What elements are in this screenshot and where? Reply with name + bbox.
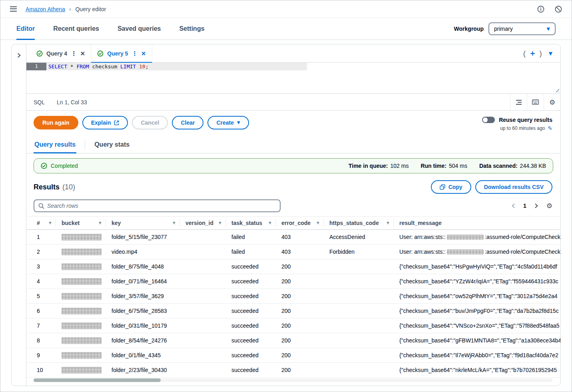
- cell-task-status: succeeded: [226, 308, 276, 314]
- copy-button[interactable]: Copy: [431, 180, 471, 194]
- table-row[interactable]: 3 folder_8/75/file_4048 succeeded 200 {"…: [26, 259, 560, 274]
- cell-bucket: [56, 248, 106, 255]
- results-table-body: 1 folder_5/15/file_23077 failed 403 Acce…: [26, 230, 560, 378]
- cell-result-message: {"checksum_base64":"VNSco+2snXo=","ETag"…: [394, 322, 560, 329]
- horizontal-scrollbar-track[interactable]: [34, 378, 552, 382]
- table-row[interactable]: 10 folder_2/23/file_30430 succeeded 200 …: [26, 363, 560, 378]
- cell-result-message: {"checksum_base64":"Il7eWjRAbb0=","ETag"…: [394, 352, 560, 358]
- table-preferences-gear-icon[interactable]: ⚙: [546, 202, 552, 210]
- previous-page-button[interactable]: [511, 203, 515, 208]
- redacted-bucket-name: [62, 234, 102, 241]
- tab-scroll-right-icon[interactable]: ): [539, 49, 542, 58]
- tab-query-stats[interactable]: Query stats: [94, 136, 130, 153]
- cell-task-status: succeeded: [226, 278, 276, 285]
- cell-error-code: 200: [276, 322, 324, 329]
- chevron-right-icon: [534, 203, 538, 208]
- cell-result-message: {"checksum_base64":"buv/JmPpgF0=","ETag"…: [394, 308, 560, 314]
- metric-data-scanned: Data scanned:244.38 KB: [479, 163, 546, 169]
- column-header-number[interactable]: #▼: [26, 219, 56, 227]
- cell-task-status: succeeded: [226, 293, 276, 299]
- redacted-account-id: [447, 249, 484, 255]
- keyboard-shortcuts-button[interactable]: [527, 94, 544, 110]
- column-header-task-status[interactable]: task_status▼: [226, 219, 276, 227]
- column-header-bucket[interactable]: bucket▼: [56, 219, 106, 227]
- run-again-button[interactable]: Run again: [34, 116, 78, 129]
- table-row[interactable]: 6 folder_6/75/file_28583 succeeded 200 {…: [26, 304, 560, 318]
- table-row[interactable]: 2 video.mp4 failed 403 Forbidden User: a…: [26, 245, 560, 259]
- sort-icon: ▼: [387, 221, 389, 225]
- cell-bucket: [56, 233, 106, 241]
- sql-code-editor[interactable]: 1 SELECT * FROM checksum LIMIT 10;: [26, 63, 560, 94]
- close-tab-icon[interactable]: ×: [80, 50, 85, 57]
- redacted-bucket-name: [62, 249, 102, 255]
- redacted-bucket-name: [62, 308, 102, 314]
- column-header-https-status-code[interactable]: https_status_code▼: [324, 219, 394, 227]
- search-rows-input[interactable]: [47, 203, 276, 209]
- breadcrumb-separator-icon: ›: [69, 6, 72, 12]
- format-query-button[interactable]: [510, 94, 527, 110]
- horizontal-scrollbar-thumb[interactable]: [34, 378, 161, 382]
- new-query-tab-icon[interactable]: +: [530, 49, 535, 58]
- editor-settings-button[interactable]: ⚙: [544, 94, 560, 110]
- cell-result-message: {"checksum_base64":"HsPgwHyiViQ=","ETag"…: [394, 263, 560, 270]
- slashed-circle-icon[interactable]: [555, 6, 562, 13]
- cell-key: folder_0/1/file_4345: [106, 352, 180, 358]
- download-results-csv-button[interactable]: Download results CSV: [475, 180, 552, 194]
- next-page-button[interactable]: [534, 203, 538, 208]
- tab-saved-queries[interactable]: Saved queries: [118, 18, 161, 40]
- column-header-version-id[interactable]: version_id▼: [180, 219, 226, 227]
- cell-task-status: succeeded: [226, 352, 276, 358]
- tab-list-dropdown-icon[interactable]: ▼: [549, 51, 552, 56]
- cell-row-number: 3: [26, 263, 56, 270]
- results-title: Results: [34, 183, 60, 191]
- results-toolbar: 1 ⚙: [26, 197, 560, 216]
- table-row[interactable]: 4 folder_0/71/file_16464 succeeded 200 {…: [26, 274, 560, 289]
- column-header-key[interactable]: key▼: [106, 219, 180, 227]
- breadcrumb-amazon-athena-link[interactable]: Amazon Athena: [26, 6, 65, 12]
- tab-editor[interactable]: Editor: [16, 18, 35, 40]
- external-link-icon: [114, 120, 119, 125]
- results-table: #▼ bucket▼ key▼ version_id▼ task_status▼…: [26, 216, 560, 378]
- cell-task-status: succeeded: [226, 263, 276, 270]
- chevron-right-icon[interactable]: [16, 53, 22, 58]
- hamburger-menu-icon[interactable]: [10, 6, 17, 12]
- workgroup-select[interactable]: primary ▼: [488, 22, 556, 35]
- success-check-circle-icon: [41, 163, 47, 169]
- tab-recent-queries[interactable]: Recent queries: [53, 18, 99, 40]
- table-row[interactable]: 1 folder_5/15/file_23077 failed 403 Acce…: [26, 230, 560, 245]
- cell-error-code: 200: [276, 263, 324, 270]
- kebab-menu-icon[interactable]: ⋮: [132, 50, 138, 57]
- table-row[interactable]: 8 folder_8/54/file_24276 succeeded 200 {…: [26, 333, 560, 348]
- tab-settings[interactable]: Settings: [179, 18, 204, 40]
- table-row[interactable]: 7 folder_0/31/file_10179 succeeded 200 {…: [26, 318, 560, 333]
- info-icon[interactable]: [537, 6, 544, 13]
- cell-key: folder_8/54/file_24276: [106, 337, 180, 344]
- create-button[interactable]: Create ▼: [207, 116, 249, 129]
- query-tab-4[interactable]: Query 4 ⋮ ×: [30, 44, 91, 62]
- code-line-1[interactable]: SELECT * FROM checksum LIMIT 10;: [46, 63, 307, 70]
- query-tab-5[interactable]: Query 5 ⋮ ×: [91, 44, 152, 62]
- sidebar-collapse-strip: [12, 44, 26, 386]
- edit-pencil-icon[interactable]: ✎: [548, 125, 552, 131]
- check-circle-icon: [36, 50, 43, 57]
- tab-scroll-left-icon[interactable]: (: [523, 49, 526, 58]
- cell-bucket: [56, 293, 106, 300]
- tab-query-results[interactable]: Query results: [34, 136, 76, 153]
- cell-bucket: [56, 366, 106, 374]
- column-header-result-message[interactable]: result_message: [394, 219, 560, 227]
- cell-task-status: succeeded: [226, 367, 276, 373]
- cell-row-number: 2: [26, 249, 56, 255]
- explain-button[interactable]: Explain: [82, 116, 128, 129]
- table-row[interactable]: 9 folder_0/1/file_4345 succeeded 200 {"c…: [26, 348, 560, 363]
- kebab-menu-icon[interactable]: ⋮: [71, 50, 77, 57]
- clear-button[interactable]: Clear: [172, 116, 203, 129]
- results-table-header: #▼ bucket▼ key▼ version_id▼ task_status▼…: [26, 216, 560, 230]
- table-row[interactable]: 5 folder_3/57/file_3629 succeeded 200 {"…: [26, 289, 560, 304]
- cell-row-number: 9: [26, 352, 56, 358]
- cell-bucket: [56, 307, 106, 314]
- cancel-button[interactable]: Cancel: [132, 116, 168, 129]
- close-tab-icon[interactable]: ×: [141, 50, 145, 57]
- column-header-error-code[interactable]: error_code▼: [276, 219, 324, 227]
- reuse-query-results-toggle[interactable]: [482, 117, 495, 123]
- page-number[interactable]: 1: [523, 203, 526, 209]
